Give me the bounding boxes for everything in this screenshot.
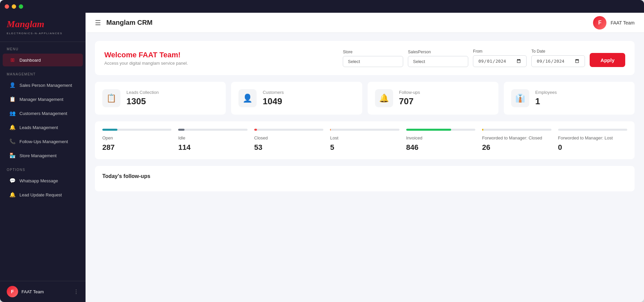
- avatar: F: [7, 286, 18, 297]
- store-select[interactable]: Select: [343, 56, 403, 67]
- followups-title: Today's follow-ups: [102, 173, 627, 179]
- leads-collection-info: Leads Collection 1305: [126, 90, 159, 107]
- main-content: ☰ Manglam CRM F FAAT Team Welcome FAAT T…: [86, 13, 644, 302]
- maximize-button[interactable]: [19, 4, 23, 9]
- welcome-prefix: Welcome: [104, 51, 139, 59]
- welcome-text: Welcome FAAT Team! Access your digital m…: [104, 51, 188, 66]
- metric-bar-fill: [330, 129, 331, 131]
- metric-fwd-closed[interactable]: Forworded to Manager: Closed 26: [482, 129, 551, 152]
- sidebar-item-label: Sales Person Management: [19, 83, 72, 88]
- metric-open[interactable]: Open 287: [102, 129, 171, 152]
- metric-bar-fill: [406, 129, 451, 131]
- metric-value: 5: [330, 143, 399, 152]
- sidebar-item-lead-update[interactable]: 🔔 Lead Update Request: [3, 188, 83, 201]
- sidebar-item-label: Manager Management: [19, 97, 63, 102]
- customers-icon: 👥: [9, 110, 15, 116]
- store-label: Store: [343, 50, 403, 54]
- from-filter-group: From: [473, 49, 527, 67]
- followups-stat-icon: 🔔: [375, 89, 393, 107]
- customers-stat-icon: 👤: [238, 89, 257, 107]
- avatar: F: [593, 16, 606, 29]
- stat-card-employees[interactable]: 👔 Employees 1: [504, 82, 635, 115]
- metric-value: 53: [254, 143, 323, 152]
- metric-lost[interactable]: Lost 5: [330, 129, 399, 152]
- metric-value: 0: [558, 143, 627, 152]
- sidebar-item-whatsapp[interactable]: 💬 Whatsapp Message: [3, 174, 83, 187]
- sidebar-item-label: Leads Management: [19, 125, 58, 130]
- manager-icon: 📋: [9, 96, 15, 102]
- metric-bar-track: [102, 129, 171, 131]
- hamburger-icon[interactable]: ☰: [95, 19, 101, 27]
- metric-bar-track: [482, 129, 551, 131]
- followups-section: Today's follow-ups: [95, 166, 635, 191]
- to-date-input[interactable]: [531, 55, 585, 67]
- metric-bar-track: [254, 129, 323, 131]
- sidebar-item-label: Store Management: [19, 153, 57, 158]
- more-options-icon[interactable]: ⋮: [73, 289, 79, 295]
- minimize-button[interactable]: [12, 4, 16, 9]
- metric-label: Forworded to Manager: Closed: [482, 135, 551, 140]
- dashboard-icon: ⊞: [9, 57, 15, 63]
- metric-closed[interactable]: Closed 53: [254, 129, 323, 152]
- store-filter-group: Store Select: [343, 50, 403, 67]
- metric-idle[interactable]: Idle 114: [178, 129, 247, 152]
- close-button[interactable]: [5, 4, 9, 9]
- topbar-right: F FAAT Team: [593, 16, 635, 29]
- logo-area: Manglam Electronics-n-Appliances: [0, 13, 86, 42]
- salesperson-filter-group: SalesPerson Select: [408, 50, 468, 67]
- topbar-username: FAAT Team: [610, 20, 635, 25]
- employees-stat-icon: 👔: [511, 89, 529, 107]
- sidebar-item-customers[interactable]: 👥 Customers Management: [3, 107, 83, 120]
- stat-card-leads-collection[interactable]: 📋 Leads Collection 1305: [95, 82, 226, 115]
- sidebar-item-label: Follow-Ups Management: [19, 139, 68, 144]
- sidebar: Manglam Electronics-n-Appliances MENU ⊞ …: [0, 13, 86, 302]
- topbar: ☰ Manglam CRM F FAAT Team: [86, 13, 644, 33]
- followups-info: Follow-ups 707: [399, 90, 420, 107]
- from-label: From: [473, 49, 527, 54]
- apply-button[interactable]: Apply: [590, 53, 625, 67]
- welcome-subtitle: Access your digital manglam service pane…: [104, 61, 188, 66]
- metric-value: 846: [406, 143, 475, 152]
- logo-text: Manglam: [7, 19, 79, 29]
- metrics-grid: Open 287 Idle 114 Closed 53 Lost 5 Invoi: [102, 129, 627, 152]
- salesperson-label: SalesPerson: [408, 50, 468, 54]
- customers-label: Customers: [263, 90, 284, 95]
- metric-bar-fill: [482, 129, 483, 131]
- followups-icon: 📞: [9, 138, 15, 144]
- stat-card-customers[interactable]: 👤 Customers 1049: [231, 82, 362, 115]
- welcome-heading: Welcome FAAT Team!: [104, 51, 188, 59]
- metric-value: 114: [178, 143, 247, 152]
- sidebar-item-store[interactable]: 🏪 Store Management: [3, 149, 83, 162]
- employees-value: 1: [535, 96, 557, 107]
- from-date-input[interactable]: [473, 55, 527, 67]
- metric-invoiced[interactable]: Invoiced 846: [406, 129, 475, 152]
- followups-value: 707: [399, 96, 420, 107]
- customers-value: 1049: [263, 96, 284, 107]
- sidebar-footer: F FAAT Team ⋮: [0, 281, 86, 302]
- sales-person-icon: 👤: [9, 82, 15, 88]
- metric-label: Open: [102, 135, 171, 140]
- stat-card-followups[interactable]: 🔔 Follow-ups 707: [368, 82, 498, 115]
- store-icon: 🏪: [9, 153, 15, 159]
- salesperson-select[interactable]: Select: [408, 56, 468, 67]
- metric-fwd-lost[interactable]: Forworded to Manager: Lost 0: [558, 129, 627, 152]
- stats-grid: 📋 Leads Collection 1305 👤 Customers 1049: [95, 82, 635, 115]
- metric-bar-fill: [178, 129, 184, 131]
- sidebar-item-label: Whatsapp Message: [19, 178, 58, 183]
- customers-info: Customers 1049: [263, 90, 284, 107]
- content-area: Welcome FAAT Team! Access your digital m…: [86, 33, 644, 302]
- followups-label: Follow-ups: [399, 90, 420, 95]
- options-label: OPTIONS: [0, 163, 86, 174]
- sidebar-item-followups[interactable]: 📞 Follow-Ups Management: [3, 135, 83, 148]
- metric-bar-track: [330, 129, 399, 131]
- metric-value: 26: [482, 143, 551, 152]
- sidebar-item-leads[interactable]: 🔔 Leads Management: [3, 121, 83, 134]
- sidebar-item-manager[interactable]: 📋 Manager Management: [3, 93, 83, 106]
- leads-collection-icon: 📋: [102, 89, 120, 107]
- metric-value: 287: [102, 143, 171, 152]
- to-filter-group: To Date: [531, 49, 585, 67]
- lead-update-icon: 🔔: [9, 192, 15, 198]
- sidebar-item-sales-person[interactable]: 👤 Sales Person Management: [3, 79, 83, 92]
- leads-icon: 🔔: [9, 124, 15, 130]
- sidebar-item-dashboard[interactable]: ⊞ Dashboard: [3, 54, 83, 66]
